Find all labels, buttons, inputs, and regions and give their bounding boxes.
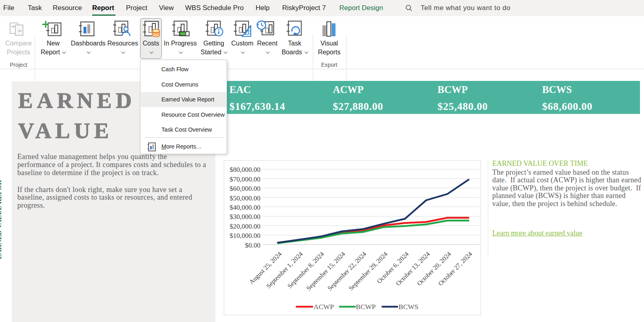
svg-text:ACWP: ACWP (314, 303, 334, 311)
svg-text:September 15, 2024: September 15, 2024 (305, 250, 347, 292)
svg-text:$10,000.00: $10,000.00 (230, 232, 261, 239)
svg-text:September 1, 2024: September 1, 2024 (265, 250, 304, 290)
svg-text:BCWS: BCWS (398, 303, 419, 311)
svg-text:$70,000.00: $70,000.00 (230, 175, 261, 183)
svg-text:$20,000.00: $20,000.00 (230, 223, 261, 230)
svg-text:$40,000.00: $40,000.00 (230, 204, 261, 211)
svg-text:September 22, 2024: September 22, 2024 (326, 250, 368, 292)
svg-text:$50,000.00: $50,000.00 (230, 194, 261, 202)
svg-text:September 8, 2024: September 8, 2024 (286, 250, 326, 290)
svg-text:$0.00: $0.00 (245, 242, 260, 249)
svg-text:$80,000.00: $80,000.00 (230, 166, 261, 173)
svg-text:$60,000.00: $60,000.00 (230, 185, 261, 192)
svg-text:$30,000.00: $30,000.00 (230, 213, 261, 221)
svg-text:September 29, 2024: September 29, 2024 (347, 250, 389, 292)
svg-text:BCWP: BCWP (356, 303, 376, 311)
